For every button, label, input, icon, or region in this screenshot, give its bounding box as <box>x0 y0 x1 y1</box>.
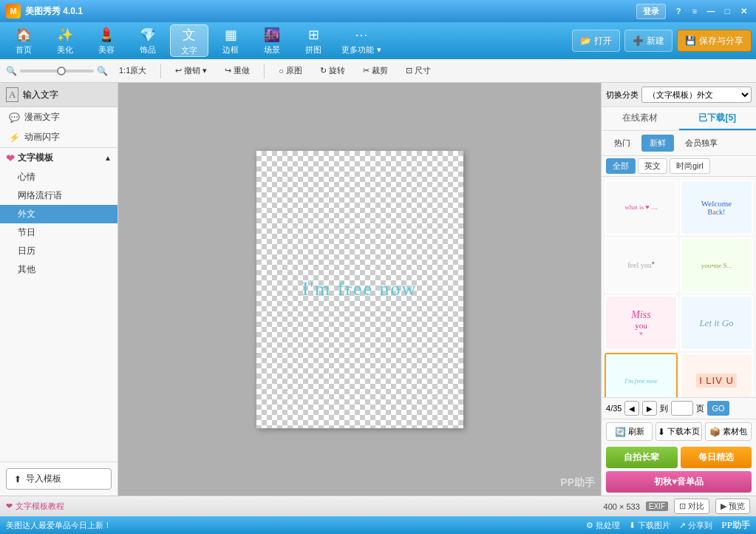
share-button[interactable]: ↗ 分享到 <box>679 520 712 531</box>
original-button[interactable]: ○ 原图 <box>272 62 309 79</box>
to-text: 到 <box>660 403 668 414</box>
download-image-button[interactable]: ⬇ 下载图片 <box>629 520 670 531</box>
tutorial-link[interactable]: ❤ 文字模板教程 <box>6 501 64 512</box>
other-item[interactable]: 其他 <box>0 260 118 279</box>
scene-label: 场景 <box>264 44 280 55</box>
compare-button[interactable]: ⊡ 对比 <box>674 498 709 514</box>
refresh-button[interactable]: 🔄 刷新 <box>606 422 653 441</box>
minimize-button[interactable]: — <box>704 4 718 18</box>
more-label: 更多功能 ▾ <box>341 44 381 55</box>
animation-text-item[interactable]: ⚡ 动画闪字 <box>0 127 118 147</box>
accessories-label: 饰品 <box>140 44 156 55</box>
batch-process-button[interactable]: ⚙ 批处理 <box>586 520 620 531</box>
toolbar-home[interactable]: 🏠 首页 <box>4 24 43 57</box>
toolbar-text[interactable]: 文 文字 <box>170 24 208 57</box>
sticker-item-2[interactable]: Welcome Back! <box>680 180 753 235</box>
save-icon: 💾 <box>685 36 696 46</box>
filter-all[interactable]: 全部 <box>606 158 636 174</box>
festival-label: 节日 <box>18 227 35 237</box>
canvas-dimensions: 400 × 533 <box>604 502 640 511</box>
zoom-in-icon[interactable]: 🔍 <box>97 66 108 76</box>
calendar-item[interactable]: 日历 <box>0 242 118 260</box>
sticker-item-8[interactable]: I LIV U <box>680 353 753 397</box>
zoom-ratio-label[interactable]: 1:1原大 <box>112 62 153 79</box>
crop-button[interactable]: ✂ 裁剪 <box>356 62 395 79</box>
material-pack-button[interactable]: 📦 素材包 <box>705 422 752 441</box>
subtab-fresh[interactable]: 新鲜 <box>641 135 674 152</box>
help-button[interactable]: ? <box>672 4 685 18</box>
download-image-icon: ⬇ <box>629 521 636 530</box>
festival-item[interactable]: 节日 <box>0 223 118 242</box>
page-input[interactable] <box>671 401 693 416</box>
sticker-grid: what is ♥ .... Welcome Back! feel you♥ <box>602 177 756 397</box>
new-button[interactable]: ➕ 新建 <box>624 30 672 52</box>
internet-slang-label: 网络流行语 <box>18 190 62 200</box>
first-love-button[interactable]: 初秋♥音单品 <box>606 471 752 493</box>
download-image-label: 下载图片 <box>638 520 670 531</box>
toolbar-scene[interactable]: 🌆 场景 <box>253 24 291 57</box>
batch-label: 批处理 <box>596 520 620 531</box>
left-panel: A 输入文字 💬 漫画文字 ⚡ 动画闪字 ❤ 文字模板 ▲ 心情 网络流行语 外… <box>0 83 118 496</box>
tab-online[interactable]: 在线素材 <box>602 107 679 130</box>
daily-picks-button[interactable]: 每日精选 <box>681 447 752 468</box>
filter-fashion[interactable]: 时尚girl <box>670 158 710 174</box>
foreign-item[interactable]: 外文 <box>0 205 118 223</box>
comic-text-label: 漫画文字 <box>24 111 60 124</box>
zoom-out-icon[interactable]: 🔍 <box>6 66 17 76</box>
statusbar: ❤ 文字模板教程 400 × 533 EXIF ⊡ 对比 ▶ 预览 <box>0 496 756 516</box>
zoom-slider[interactable] <box>20 70 94 72</box>
prev-page-button[interactable]: ◀ <box>624 401 639 416</box>
classify-select[interactable]: （文字模板）外文 <box>641 87 752 103</box>
open-button[interactable]: 📂 打开 <box>572 30 620 52</box>
material-pack-icon: 📦 <box>709 427 721 437</box>
self-photo-button[interactable]: 自拍长辈 <box>606 447 678 468</box>
sticker-item-7[interactable]: I'm free now <box>605 353 678 397</box>
resize-button[interactable]: ⊡ 尺寸 <box>399 62 437 79</box>
canvas-area: I'm free now PP助手 <box>118 83 601 496</box>
rotate-icon: ↻ <box>320 66 327 75</box>
download-page-button[interactable]: ⬇ 下载本页 <box>655 422 702 441</box>
comic-text-item[interactable]: 💬 漫画文字 <box>0 107 118 127</box>
text-template-section[interactable]: ❤ 文字模板 ▲ <box>0 147 118 168</box>
filter-english[interactable]: 英文 <box>638 158 667 174</box>
mood-item[interactable]: 心情 <box>0 168 118 186</box>
compare-icon: ⊡ <box>679 501 686 511</box>
login-button[interactable]: 登录 <box>636 4 666 19</box>
import-template-button[interactable]: ⬆ 导入模板 <box>6 468 112 490</box>
toolbar-more[interactable]: ⋯ 更多功能 ▾ <box>336 24 387 57</box>
subtab-hot[interactable]: 热门 <box>606 135 638 152</box>
redo-button[interactable]: ↪ 重做 <box>218 62 256 79</box>
canvas[interactable]: I'm free now <box>256 151 463 428</box>
tab-downloaded[interactable]: 已下载[5] <box>679 107 757 130</box>
download-page-label: 下载本页 <box>667 426 700 437</box>
sticker-item-6[interactable]: Let it Go <box>680 295 753 351</box>
go-button[interactable]: GO <box>707 401 729 416</box>
maximize-button[interactable]: □ <box>721 4 734 18</box>
input-text-header[interactable]: A 输入文字 <box>0 83 118 107</box>
home-label: 首页 <box>16 44 32 55</box>
toolbar-accessories[interactable]: 💎 饰品 <box>129 24 167 57</box>
toolbar-beauty-body[interactable]: 💄 美容 <box>87 24 126 57</box>
undo-button[interactable]: ↩ 撤销 ▾ <box>168 62 214 79</box>
home-icon: 🏠 <box>16 27 32 43</box>
tutorial-icon: ❤ <box>6 501 13 511</box>
classify-label: 切换分类 <box>606 89 638 101</box>
internet-slang-item[interactable]: 网络流行语 <box>0 186 118 205</box>
close-button[interactable]: ✕ <box>737 4 750 18</box>
filter-tabs: 全部 英文 时尚girl <box>602 156 756 177</box>
toolbar-border[interactable]: ▦ 边框 <box>211 24 250 57</box>
toolbar-collage[interactable]: ⊞ 拼图 <box>294 24 333 57</box>
subtab-vip[interactable]: 会员独享 <box>677 135 726 152</box>
share-label: 分享到 <box>688 520 712 531</box>
rotate-button[interactable]: ↻ 旋转 <box>313 62 352 79</box>
undo-arrow: ▾ <box>202 66 207 75</box>
menu-button[interactable]: ≡ <box>688 4 701 18</box>
sticker-item-4[interactable]: you•me S... <box>680 237 753 293</box>
sticker-item-1[interactable]: what is ♥ .... <box>605 180 678 235</box>
preview-button[interactable]: ▶ 预览 <box>715 498 750 514</box>
sticker-item-3[interactable]: feel you♥ <box>605 237 678 293</box>
next-page-button[interactable]: ▶ <box>642 401 657 416</box>
sticker-item-5[interactable]: Miss you ♥ <box>605 295 678 351</box>
save-button[interactable]: 💾 保存与分享 <box>677 30 752 52</box>
toolbar-beauty-face[interactable]: ✨ 美化 <box>46 24 84 57</box>
